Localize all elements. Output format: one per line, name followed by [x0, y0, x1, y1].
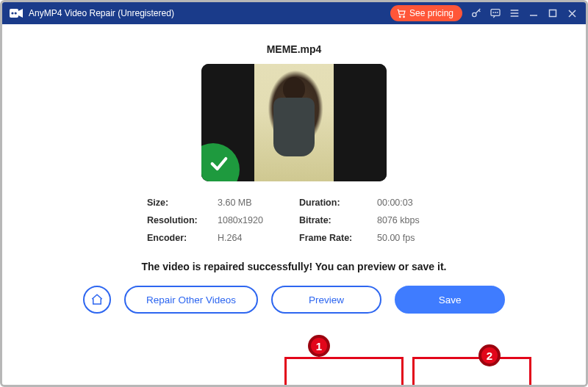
svg-point-3: [399, 16, 401, 18]
cart-icon: [396, 8, 406, 18]
size-value: 3.60 MB: [218, 198, 295, 208]
main-panel: MEME.mp4 Size: 3.60 MB Duration: 00:00:0…: [2, 43, 586, 387]
menu-icon[interactable]: [505, 3, 524, 23]
svg-rect-0: [10, 9, 18, 18]
encoder-value: H.264: [218, 233, 295, 243]
svg-point-2: [15, 12, 17, 14]
svg-point-8: [495, 12, 496, 13]
video-thumbnail: [201, 64, 387, 181]
file-name: MEME.mp4: [2, 43, 586, 55]
see-pricing-button[interactable]: See pricing: [390, 5, 462, 21]
metadata-grid: Size: 3.60 MB Duration: 00:00:03 Resolut…: [147, 198, 441, 243]
minimize-button[interactable]: [524, 3, 543, 23]
title-bar: AnyMP4 Video Repair (Unregistered) See p…: [2, 2, 586, 24]
resolution-value: 1080x1920: [218, 215, 295, 225]
annotation-badge-2: 2: [478, 344, 501, 366]
repair-other-videos-button[interactable]: Repair Other Videos: [124, 286, 258, 314]
duration-value: 00:00:03: [377, 198, 447, 208]
footer-actions: Repair Other Videos Preview Save: [2, 286, 586, 314]
status-message: The video is repaired successfully! You …: [2, 261, 586, 272]
svg-point-7: [493, 12, 494, 13]
close-button[interactable]: [562, 3, 581, 23]
key-icon[interactable]: [467, 3, 486, 23]
preview-button[interactable]: Preview: [271, 286, 381, 314]
bitrate-value: 8076 kbps: [377, 215, 447, 225]
home-icon: [90, 293, 104, 306]
svg-point-4: [404, 16, 405, 18]
save-button[interactable]: Save: [395, 286, 505, 314]
annotation-badge-1: 1: [308, 335, 330, 357]
svg-point-9: [497, 12, 498, 13]
resolution-label: Resolution:: [147, 215, 213, 225]
svg-point-1: [11, 12, 13, 14]
maximize-button[interactable]: [543, 3, 562, 23]
framerate-label: Frame Rate:: [299, 233, 373, 243]
home-button[interactable]: [83, 286, 111, 314]
feedback-icon[interactable]: [486, 3, 505, 23]
app-logo-icon: [10, 8, 23, 18]
annotation-box-1: [284, 357, 404, 387]
encoder-label: Encoder:: [147, 233, 213, 243]
svg-point-5: [473, 12, 476, 16]
see-pricing-label: See pricing: [409, 8, 453, 18]
app-title: AnyMP4 Video Repair (Unregistered): [29, 8, 174, 18]
annotation-box-2: [412, 357, 531, 387]
svg-rect-10: [550, 10, 556, 17]
bitrate-label: Bitrate:: [299, 215, 373, 225]
framerate-value: 50.00 fps: [377, 233, 447, 243]
duration-label: Duration:: [299, 198, 373, 208]
thumbnail-figure: [273, 77, 315, 173]
size-label: Size:: [147, 198, 213, 208]
